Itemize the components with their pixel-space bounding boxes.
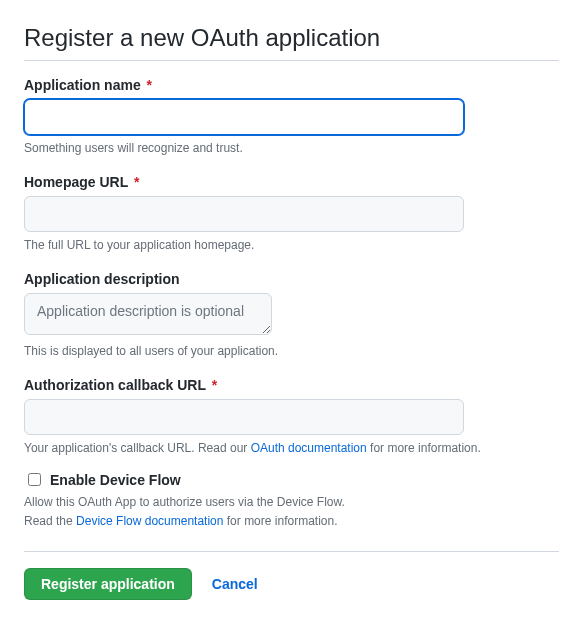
device-flow-hint: Allow this OAuth App to authorize users … xyxy=(24,493,559,531)
field-homepage-url: Homepage URL * The full URL to your appl… xyxy=(24,174,559,255)
required-mark-icon: * xyxy=(134,174,139,190)
application-description-hint: This is displayed to all users of your a… xyxy=(24,344,559,361)
cancel-button[interactable]: Cancel xyxy=(212,576,258,592)
label-text: Authorization callback URL xyxy=(24,377,206,393)
page-title: Register a new OAuth application xyxy=(24,24,559,61)
field-application-name: Application name * Something users will … xyxy=(24,77,559,158)
hint-text: Your application's callback URL. Read ou… xyxy=(24,441,251,455)
required-mark-icon: * xyxy=(212,377,217,393)
application-description-label: Application description xyxy=(24,271,559,287)
hint-text: Read the xyxy=(24,514,76,528)
application-name-hint: Something users will recognize and trust… xyxy=(24,141,559,158)
application-name-input[interactable] xyxy=(24,99,464,135)
device-flow-row: Enable Device Flow xyxy=(24,470,559,489)
hint-text: for more information. xyxy=(367,441,481,455)
callback-url-hint: Your application's callback URL. Read ou… xyxy=(24,441,559,458)
homepage-url-input[interactable] xyxy=(24,196,464,232)
callback-url-input[interactable] xyxy=(24,399,464,435)
required-mark-icon: * xyxy=(147,77,152,93)
enable-device-flow-label: Enable Device Flow xyxy=(50,472,181,488)
enable-device-flow-checkbox[interactable] xyxy=(28,473,41,486)
homepage-url-label: Homepage URL * xyxy=(24,174,559,190)
field-application-description: Application description This is displaye… xyxy=(24,271,559,361)
application-name-label: Application name * xyxy=(24,77,559,93)
label-text: Application description xyxy=(24,271,180,287)
register-application-button[interactable]: Register application xyxy=(24,568,192,600)
hint-text: Allow this OAuth App to authorize users … xyxy=(24,493,559,512)
form-actions: Register application Cancel xyxy=(24,568,559,600)
oauth-documentation-link[interactable]: OAuth documentation xyxy=(251,441,367,455)
label-text: Application name xyxy=(24,77,141,93)
divider xyxy=(24,551,559,552)
homepage-url-hint: The full URL to your application homepag… xyxy=(24,238,559,255)
application-description-input[interactable] xyxy=(24,293,272,335)
callback-url-label: Authorization callback URL * xyxy=(24,377,559,393)
label-text: Homepage URL xyxy=(24,174,128,190)
hint-text: Read the Device Flow documentation for m… xyxy=(24,512,559,531)
hint-text: for more information. xyxy=(223,514,337,528)
device-flow-documentation-link[interactable]: Device Flow documentation xyxy=(76,514,223,528)
field-callback-url: Authorization callback URL * Your applic… xyxy=(24,377,559,458)
